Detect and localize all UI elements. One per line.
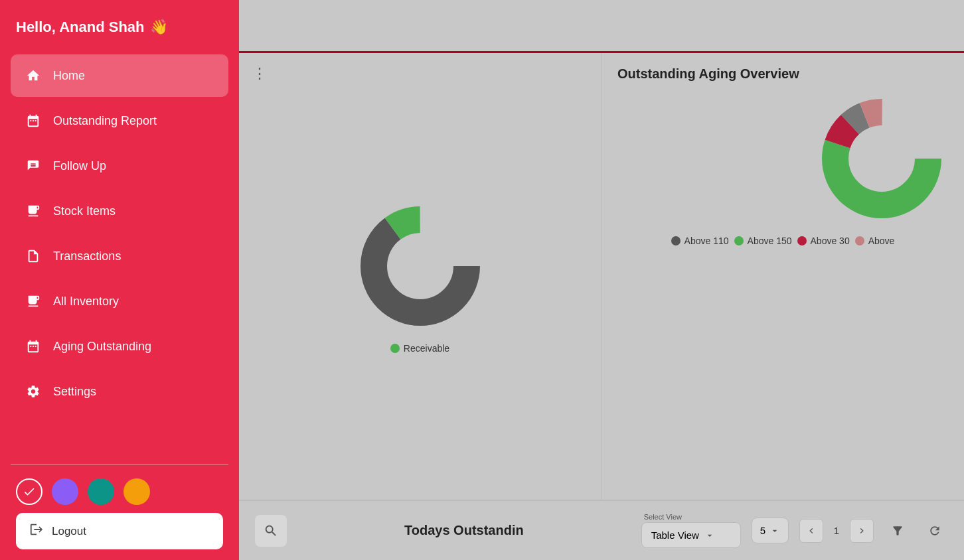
home-icon — [24, 66, 42, 85]
legend-above-label: Above — [868, 236, 895, 246]
sidebar-item-transactions-label: Transactions — [53, 249, 121, 263]
theme-color-purple[interactable] — [52, 478, 78, 505]
legend-receivable: Receivable — [390, 343, 449, 354]
right-donut-chart — [815, 92, 948, 225]
greeting-text: Hello, Anand Shah — [16, 19, 145, 36]
left-chart-menu-button[interactable]: ⋮ — [252, 66, 268, 81]
sidebar-header: Hello, Anand Shah 👋 — [0, 0, 239, 49]
filter-button[interactable] — [884, 518, 911, 544]
pagination: 1 — [799, 519, 874, 543]
select-view-wrapper: Select View Table View — [641, 513, 741, 548]
left-chart-panel: ⋮ Receivable — [239, 53, 602, 500]
aging-icon — [24, 337, 42, 356]
wave-emoji: 👋 — [150, 19, 168, 36]
legend-dot-above — [855, 236, 864, 245]
per-page-button[interactable]: 5 — [752, 518, 789, 543]
sidebar-item-home[interactable]: Home — [11, 54, 228, 97]
sidebar-item-outstanding-report[interactable]: Outstanding Report — [11, 100, 228, 142]
main-content: ⋮ Receivable Outstanding Aging Overview — [239, 0, 964, 560]
report-icon — [24, 111, 42, 130]
legend-dot-above-110 — [671, 236, 681, 245]
right-chart-panel: Outstanding Aging Overview Above 110 — [602, 53, 964, 500]
left-chart-legend: Receivable — [390, 343, 449, 354]
legend-above-150: Above 150 — [734, 236, 792, 246]
sidebar-item-stock-items[interactable]: Stock Items — [11, 190, 228, 232]
sidebar-bottom: Logout — [0, 470, 239, 560]
todays-outstanding-title: Todays Outstandin — [404, 523, 524, 538]
right-chart-title: Outstanding Aging Overview — [617, 66, 799, 82]
search-button[interactable] — [255, 515, 287, 547]
legend-above-30-label: Above 30 — [811, 236, 850, 246]
sidebar-item-transactions[interactable]: Transactions — [11, 235, 228, 277]
sidebar-item-follow-up[interactable]: Follow Up — [11, 145, 228, 187]
logout-icon — [29, 522, 44, 540]
color-circles — [16, 478, 223, 505]
sidebar-item-settings-label: Settings — [53, 385, 96, 399]
select-view-value: Table View — [651, 529, 699, 541]
sidebar-item-home-label: Home — [53, 69, 85, 83]
sidebar-item-all-inventory[interactable]: All Inventory — [11, 280, 228, 322]
todays-outstanding-section: Todays Outstandin — [404, 523, 524, 538]
legend-dot-above-150 — [734, 236, 744, 245]
active-theme-check[interactable] — [16, 478, 42, 505]
legend-dot-above-30 — [797, 236, 807, 245]
legend-above-110: Above 110 — [671, 236, 729, 246]
logout-label: Logout — [52, 525, 86, 538]
per-page-value: 5 — [760, 525, 765, 536]
inventory-icon — [24, 292, 42, 311]
followup-icon — [24, 157, 42, 175]
top-bar — [239, 0, 964, 53]
stock-icon — [24, 202, 42, 220]
theme-color-amber[interactable] — [123, 478, 150, 505]
svg-point-0 — [374, 220, 467, 313]
sidebar: Hello, Anand Shah 👋 Home Outstanding Rep… — [0, 0, 239, 560]
sidebar-divider — [11, 464, 228, 465]
nav-items: Home Outstanding Report Follow Up Stock … — [0, 49, 239, 459]
page-next-button[interactable] — [850, 519, 874, 543]
theme-color-teal[interactable] — [88, 478, 114, 505]
select-view-label: Select View — [641, 513, 741, 521]
legend-above: Above — [855, 236, 895, 246]
logout-button[interactable]: Logout — [16, 513, 223, 549]
sidebar-item-settings[interactable]: Settings — [11, 370, 228, 413]
left-donut-chart — [354, 200, 487, 332]
refresh-button[interactable] — [922, 518, 948, 544]
page-number: 1 — [829, 525, 844, 536]
page-prev-button[interactable] — [799, 519, 823, 543]
sidebar-item-stock-items-label: Stock Items — [53, 204, 116, 218]
sidebar-item-outstanding-report-label: Outstanding Report — [53, 114, 157, 128]
sidebar-item-aging-outstanding-label: Aging Outstanding — [53, 340, 151, 354]
sidebar-item-follow-up-label: Follow Up — [53, 159, 106, 173]
transactions-icon — [24, 247, 42, 265]
legend-receivable-label: Receivable — [404, 343, 449, 354]
sidebar-item-aging-outstanding[interactable]: Aging Outstanding — [11, 325, 228, 368]
bottom-bar: Todays Outstandin Select View Table View… — [239, 500, 964, 560]
settings-icon — [24, 382, 42, 401]
legend-above-150-label: Above 150 — [748, 236, 792, 246]
legend-above-30: Above 30 — [797, 236, 850, 246]
select-view-button[interactable]: Table View — [641, 522, 741, 548]
content-area: ⋮ Receivable Outstanding Aging Overview — [239, 53, 964, 560]
sidebar-item-all-inventory-label: All Inventory — [53, 295, 119, 309]
right-chart-legend: Above 110 Above 150 Above 30 Above — [617, 236, 948, 246]
legend-dot-receivable — [390, 344, 400, 353]
legend-above-110-label: Above 110 — [684, 236, 729, 246]
